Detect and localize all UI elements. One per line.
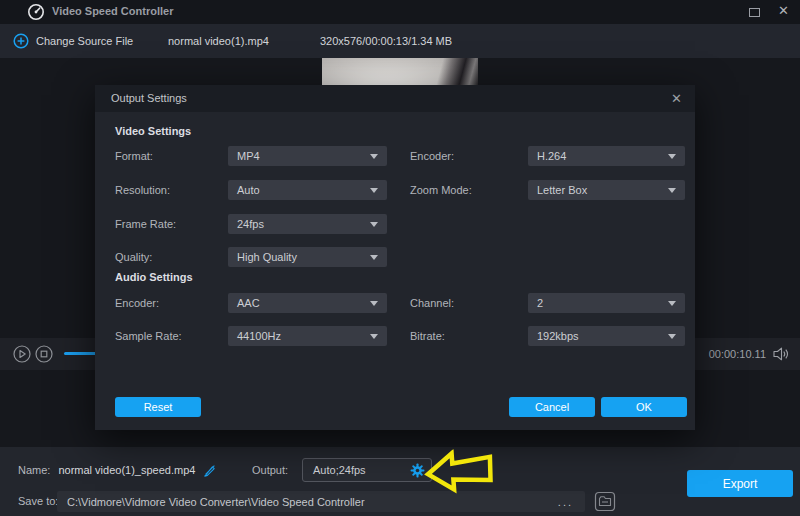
- sample-rate-select[interactable]: 44100Hz: [228, 326, 387, 346]
- chevron-down-icon: [668, 301, 676, 306]
- play-button[interactable]: [13, 345, 31, 363]
- zoom-mode-value: Letter Box: [537, 184, 587, 196]
- play-icon: [13, 345, 31, 363]
- close-icon[interactable]: ✕: [778, 3, 789, 18]
- encoder-label: Encoder:: [410, 146, 454, 166]
- stop-button[interactable]: [35, 345, 53, 363]
- toolbar: Change Source File normal video(1).mp4 3…: [0, 24, 800, 58]
- resolution-label: Resolution:: [115, 180, 170, 200]
- bitrate-select[interactable]: 192kbps: [528, 326, 685, 346]
- chevron-down-icon: [668, 188, 676, 193]
- reset-button[interactable]: Reset: [115, 397, 201, 417]
- ok-button[interactable]: OK: [601, 397, 687, 417]
- name-label: Name:: [18, 464, 50, 476]
- plus-circle-icon: [13, 33, 29, 49]
- dialog-title: Output Settings: [111, 85, 187, 112]
- source-file-info: 320x576/00:00:13/1.34 MB: [320, 24, 452, 58]
- annotation-arrow-icon: [422, 447, 497, 501]
- output-label: Output:: [252, 458, 288, 482]
- browse-button[interactable]: ...: [548, 496, 573, 508]
- window-title: Video Speed Controller: [52, 5, 173, 17]
- bitrate-label: Bitrate:: [410, 326, 445, 346]
- volume-icon[interactable]: [773, 347, 790, 365]
- pencil-icon: [203, 463, 217, 477]
- zoom-mode-select[interactable]: Letter Box: [528, 180, 685, 200]
- frame-rate-label: Frame Rate:: [115, 214, 176, 234]
- maximize-icon[interactable]: [749, 8, 760, 17]
- chevron-down-icon: [370, 334, 378, 339]
- chevron-down-icon: [370, 301, 378, 306]
- resolution-value: Auto: [237, 184, 260, 196]
- audio-encoder-value: AAC: [237, 297, 260, 309]
- output-profile-field[interactable]: Auto;24fps: [302, 458, 432, 482]
- edit-name-button[interactable]: [203, 463, 217, 477]
- output-profile-value: Auto;24fps: [313, 464, 366, 476]
- audio-encoder-select[interactable]: AAC: [228, 293, 387, 313]
- cancel-button[interactable]: Cancel: [509, 397, 595, 417]
- format-value: MP4: [237, 150, 260, 162]
- frame-rate-select[interactable]: 24fps: [228, 214, 387, 234]
- footer-panel: Name: normal video(1)_speed.mp4 Output: …: [0, 447, 800, 516]
- stop-icon: [35, 345, 53, 363]
- output-file-name: normal video(1)_speed.mp4: [58, 464, 195, 476]
- channel-label: Channel:: [410, 293, 454, 313]
- export-button[interactable]: Export: [687, 470, 793, 497]
- output-settings-dialog: Output Settings ✕ Video Settings Format:…: [95, 85, 695, 430]
- bitrate-value: 192kbps: [537, 330, 579, 342]
- resolution-select[interactable]: Auto: [228, 180, 387, 200]
- chevron-down-icon: [370, 255, 378, 260]
- open-folder-button[interactable]: [594, 491, 616, 512]
- video-preview: [322, 58, 478, 88]
- chevron-down-icon: [370, 188, 378, 193]
- audio-encoder-label: Encoder:: [115, 293, 159, 313]
- encoder-select[interactable]: H.264: [528, 146, 685, 166]
- quality-select[interactable]: High Quality: [228, 247, 387, 267]
- save-to-label: Save to:: [18, 491, 58, 512]
- frame-rate-value: 24fps: [237, 218, 264, 230]
- chevron-down-icon: [668, 154, 676, 159]
- title-bar: Video Speed Controller ✕: [0, 0, 800, 24]
- save-to-field[interactable]: C:\Vidmore\Vidmore Video Converter\Video…: [57, 491, 585, 512]
- sample-rate-label: Sample Rate:: [115, 326, 182, 346]
- format-label: Format:: [115, 146, 153, 166]
- channel-value: 2: [537, 297, 543, 309]
- chevron-down-icon: [668, 334, 676, 339]
- change-source-label: Change Source File: [36, 35, 133, 47]
- format-select[interactable]: MP4: [228, 146, 387, 166]
- zoom-mode-label: Zoom Mode:: [410, 180, 472, 200]
- time-display: 00:00:10.11: [709, 338, 766, 370]
- channel-select[interactable]: 2: [528, 293, 685, 313]
- sample-rate-value: 44100Hz: [237, 330, 281, 342]
- app-window: Video Speed Controller ✕ Change Source F…: [0, 0, 800, 516]
- encoder-value: H.264: [537, 150, 566, 162]
- dialog-close-icon[interactable]: ✕: [671, 91, 682, 106]
- quality-value: High Quality: [237, 251, 297, 263]
- chevron-down-icon: [370, 154, 378, 159]
- dialog-header: Output Settings ✕: [95, 85, 695, 112]
- video-settings-heading: Video Settings: [115, 125, 191, 137]
- audio-settings-heading: Audio Settings: [115, 271, 193, 283]
- change-source-button[interactable]: Change Source File: [13, 24, 133, 58]
- chevron-down-icon: [370, 222, 378, 227]
- progress-slider[interactable]: [64, 352, 98, 355]
- quality-label: Quality:: [115, 247, 152, 267]
- app-logo-icon: [27, 3, 45, 25]
- source-file-name: normal video(1).mp4: [168, 24, 269, 58]
- save-to-path: C:\Vidmore\Vidmore Video Converter\Video…: [67, 496, 365, 508]
- folder-icon: [594, 491, 616, 512]
